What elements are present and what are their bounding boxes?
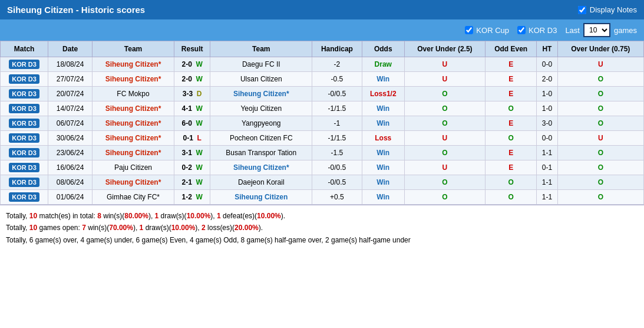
- cell-ou075: U: [557, 57, 643, 72]
- cell-home: Siheung Citizen*: [92, 72, 174, 87]
- display-notes-label: Display Notes: [590, 5, 637, 14]
- table-row: KOR D3 16/06/24 Paju Citizen 0-2 W Siheu…: [1, 160, 644, 175]
- cell-ou25: U: [404, 57, 485, 72]
- cell-ht: 3-0: [537, 116, 557, 131]
- col-home-team: Team: [92, 41, 174, 57]
- cell-score: 2-0 W: [174, 72, 210, 87]
- cell-home: Siheung Citizen*: [92, 146, 174, 160]
- filter-bar: KOR Cup KOR D3 Last 10 20 30 games: [0, 19, 644, 41]
- cell-comp: KOR D3: [1, 101, 48, 116]
- col-away-team: Team: [210, 41, 312, 57]
- cell-ht: 1-0: [537, 101, 557, 116]
- cell-ht: 1-1: [537, 146, 557, 160]
- table-row: KOR D3 08/06/24 Siheung Citizen* 2-1 W D…: [1, 175, 644, 190]
- cell-odds: Win: [362, 175, 404, 190]
- scores-table: Match Date Team Result Team Handicap Odd…: [0, 41, 644, 205]
- cell-date: 23/06/24: [48, 146, 93, 160]
- cell-ou075: O: [557, 87, 643, 101]
- cell-score: 4-1 W: [174, 101, 210, 116]
- cell-ou075: U: [557, 131, 643, 146]
- table-row: KOR D3 27/07/24 Siheung Citizen* 2-0 W U…: [1, 72, 644, 87]
- cell-comp: KOR D3: [1, 72, 48, 87]
- cell-home: FC Mokpo: [92, 87, 174, 101]
- cell-ou075: O: [557, 72, 643, 87]
- cell-date: 14/07/24: [48, 101, 93, 116]
- cell-ht: 1-1: [537, 190, 557, 205]
- table-row: KOR D3 18/08/24 Siheung Citizen* 2-0 W D…: [1, 57, 644, 72]
- cell-ht: 2-0: [537, 72, 557, 87]
- last-label: Last: [565, 26, 580, 35]
- cell-date: 01/06/24: [48, 190, 93, 205]
- cell-ou25: O: [404, 175, 485, 190]
- last-games-select[interactable]: 10 20 30: [583, 23, 610, 37]
- cell-ou25: U: [404, 72, 485, 87]
- cell-score: 3-3 D: [174, 87, 210, 101]
- cell-oe: E: [486, 87, 537, 101]
- cell-home: Siheung Citizen*: [92, 175, 174, 190]
- kor-cup-label: KOR Cup: [476, 26, 509, 35]
- cell-date: 08/06/24: [48, 175, 93, 190]
- cell-score: 0-1 L: [174, 131, 210, 146]
- cell-oe: O: [486, 190, 537, 205]
- cell-away: Busan Transpor Tation: [210, 146, 312, 160]
- cell-odds: Win: [362, 190, 404, 205]
- kor-cup-checkbox[interactable]: [465, 26, 473, 34]
- cell-away: Daejeon Korail: [210, 175, 312, 190]
- cell-comp: KOR D3: [1, 146, 48, 160]
- cell-ou075: O: [557, 190, 643, 205]
- kor-d3-checkbox[interactable]: [517, 26, 526, 34]
- cell-date: 16/06/24: [48, 160, 93, 175]
- cell-handicap: -0/0.5: [312, 87, 362, 101]
- cell-ou075: O: [557, 160, 643, 175]
- cell-handicap: -0/0.5: [312, 160, 362, 175]
- cell-handicap: -1/1.5: [312, 101, 362, 116]
- col-odds: Odds: [362, 41, 404, 57]
- cell-score: 3-1 W: [174, 146, 210, 160]
- footer-stats: Totally, 10 match(es) in total: 8 win(s)…: [0, 205, 644, 251]
- cell-oe: E: [486, 57, 537, 72]
- cell-odds: Loss1/2: [362, 87, 404, 101]
- cell-score: 1-2 W: [174, 190, 210, 205]
- cell-odds: Win: [362, 116, 404, 131]
- cell-odds: Draw: [362, 57, 404, 72]
- page-title: Siheung Citizen - Historic scores: [7, 5, 145, 15]
- table-row: KOR D3 06/07/24 Siheung Citizen* 6-0 W Y…: [1, 116, 644, 131]
- cell-home: Paju Citizen: [92, 160, 174, 175]
- col-date: Date: [48, 41, 93, 57]
- cell-away: Yangpyeong: [210, 116, 312, 131]
- footer-line3: Totally, 6 game(s) over, 4 game(s) under…: [6, 234, 638, 246]
- cell-oe: E: [486, 72, 537, 87]
- cell-odds: Win: [362, 146, 404, 160]
- cell-score: 2-0 W: [174, 57, 210, 72]
- cell-ou25: O: [404, 146, 485, 160]
- table-row: KOR D3 01/06/24 Gimhae City FC* 1-2 W Si…: [1, 190, 644, 205]
- cell-handicap: -1/1.5: [312, 131, 362, 146]
- col-handicap: Handicap: [312, 41, 362, 57]
- col-ou075: Over Under (0.75): [557, 41, 643, 57]
- cell-handicap: +0.5: [312, 190, 362, 205]
- header: Siheung Citizen - Historic scores Displa…: [0, 0, 644, 19]
- cell-date: 20/07/24: [48, 87, 93, 101]
- col-result: Result: [174, 41, 210, 57]
- cell-ht: 1-1: [537, 175, 557, 190]
- cell-oe: E: [486, 160, 537, 175]
- cell-odds: Win: [362, 160, 404, 175]
- cell-date: 18/08/24: [48, 57, 93, 72]
- cell-ht: 0-0: [537, 57, 557, 72]
- cell-comp: KOR D3: [1, 175, 48, 190]
- cell-comp: KOR D3: [1, 131, 48, 146]
- cell-handicap: -0.5: [312, 72, 362, 87]
- cell-away: Siheung Citizen: [210, 190, 312, 205]
- cell-oe: O: [486, 131, 537, 146]
- cell-ou25: O: [404, 101, 485, 116]
- display-notes-checkbox[interactable]: [578, 6, 586, 14]
- cell-away: Siheung Citizen*: [210, 87, 312, 101]
- table-header-row: Match Date Team Result Team Handicap Odd…: [1, 41, 644, 57]
- cell-home: Siheung Citizen*: [92, 131, 174, 146]
- col-match: Match: [1, 41, 48, 57]
- cell-comp: KOR D3: [1, 57, 48, 72]
- cell-home: Siheung Citizen*: [92, 57, 174, 72]
- col-oe: Odd Even: [486, 41, 537, 57]
- cell-away: Pocheon Citizen FC: [210, 131, 312, 146]
- cell-odds: Win: [362, 72, 404, 87]
